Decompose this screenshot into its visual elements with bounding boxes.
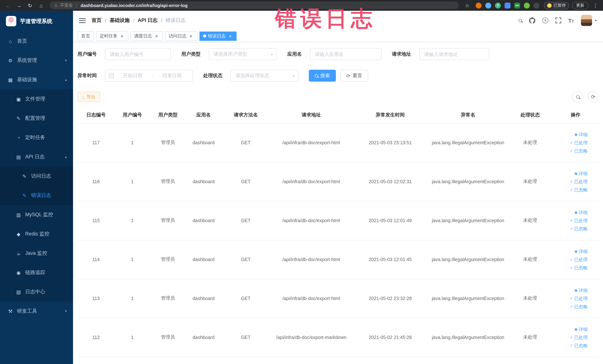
action-ignored[interactable]: ✓已忽略 [555, 147, 588, 155]
action-ignored[interactable]: ✓已忽略 [555, 341, 588, 350]
sidebar-item-redis[interactable]: ◆Redis 监控 [0, 224, 73, 244]
process-status-select[interactable]: 请选择处理状态 ▾ [231, 70, 299, 82]
close-icon[interactable]: × [154, 33, 159, 39]
check-icon: ✓ [570, 186, 573, 194]
date-range-picker[interactable]: 开始日期 - 结束日期 [105, 70, 193, 82]
search-button[interactable]: 搜索 [309, 70, 336, 82]
error-log-icon: ✎ [22, 193, 27, 198]
sidebar-item-error-log[interactable]: ✎错误日志 [0, 186, 73, 205]
browser-menu-dots-icon[interactable]: ⋮ [591, 1, 600, 10]
sidebar-item-log-center[interactable]: ▧日志中心 [0, 282, 73, 302]
close-icon[interactable]: × [119, 33, 125, 39]
sidebar-item-trace[interactable]: ◉链路追踪 [0, 263, 73, 282]
action-label: 已处理 [574, 177, 588, 186]
extension-blue-icon[interactable] [485, 2, 491, 8]
sidebar-item-infra[interactable]: ▦基础设施▴ [0, 70, 73, 89]
app-name-input[interactable] [310, 48, 382, 60]
font-size-icon[interactable]: TT [568, 18, 574, 23]
extensions-area: Von [476, 2, 539, 8]
cell-method: GET [221, 123, 270, 162]
search-icon[interactable] [519, 19, 522, 22]
close-icon[interactable]: × [188, 33, 194, 39]
app-logo[interactable]: 芋道管理系统 [0, 11, 73, 32]
sidebar-item-home[interactable]: ⌂首页 [0, 32, 73, 51]
toggle-search-button[interactable] [572, 91, 583, 102]
sidebar-item-mysql[interactable]: ▥MySQL 监控 [0, 205, 73, 224]
sidebar-item-file[interactable]: ▣文件管理 [0, 89, 73, 109]
user-id-input[interactable] [105, 48, 171, 60]
tab-error-log[interactable]: 错误日志× [199, 31, 237, 41]
action-processed[interactable]: ✓已处理 [555, 255, 588, 263]
action-processed[interactable]: ✓已处理 [555, 216, 588, 224]
bookmark-star-icon[interactable]: ☆ [463, 1, 471, 10]
action-processed[interactable]: ✓已处理 [555, 294, 588, 303]
action-ignored[interactable]: ✓已忽略 [555, 303, 588, 311]
hamburger-icon[interactable] [79, 18, 86, 23]
extension-orange-icon[interactable] [476, 2, 482, 8]
address-bar[interactable]: ⚠ 不安全 dashboard.yudao.iocoder.cn/infra/l… [50, 1, 459, 9]
update-button[interactable]: 更新 [572, 2, 588, 9]
chevron-down-icon: ▼ [594, 19, 597, 22]
breadcrumb-item[interactable]: API 日志 [138, 17, 158, 24]
sidebar-item-devtools[interactable]: ⚒研发工具▾ [0, 302, 73, 321]
action-label: 已处理 [574, 255, 588, 263]
access-log-icon: ✎ [22, 173, 27, 179]
forward-icon[interactable]: → [15, 1, 23, 10]
app-title: 芋道管理系统 [20, 18, 52, 25]
sidebar-item-api-log[interactable]: ▤API 日志▴ [0, 147, 73, 166]
tab-job-log[interactable]: 调度日志× [130, 31, 163, 41]
user-type-select[interactable]: 请选择用户类型 ▾ [209, 48, 277, 60]
sidebar-item-job[interactable]: ◔定时任务 [0, 128, 73, 147]
cell-exception-time: 2021-05-03 12:02:31 [352, 162, 428, 201]
sidebar-item-system[interactable]: ⚙系统管理▾ [0, 51, 73, 70]
action-ignored[interactable]: ✓已忽略 [555, 263, 588, 272]
cell-exception-time: 2021-05-02 21:45:28 [352, 318, 428, 357]
action-detail[interactable]: ◉详细 [555, 208, 588, 216]
user-menu[interactable]: ▼ [581, 15, 597, 26]
sidebar-item-access-log[interactable]: ✎访问日志 [0, 166, 73, 186]
tab-home[interactable]: 首页 [78, 31, 94, 41]
home-icon[interactable]: ⌂ [37, 1, 45, 10]
close-icon[interactable]: × [228, 33, 233, 39]
refresh-table-button[interactable]: ⟳ [588, 91, 599, 102]
sidebar-item-config[interactable]: ✎配置管理 [0, 109, 73, 128]
tab-access-log[interactable]: 访问日志× [165, 31, 197, 41]
column-header: 用户编号 [115, 107, 150, 123]
sidebar-item-java[interactable]: ☕Java 监控 [0, 244, 73, 263]
extension-dark-icon[interactable] [533, 2, 539, 8]
reset-button[interactable]: ⟳ 重置 [340, 70, 368, 82]
cell-app-name: dashboard [186, 162, 221, 201]
action-processed[interactable]: ✓已处理 [555, 177, 588, 186]
action-detail[interactable]: ◉详细 [555, 247, 588, 255]
extension-vue-devtools-icon[interactable]: V [495, 2, 501, 8]
breadcrumb-item[interactable]: 基础设施 [110, 17, 130, 24]
action-detail[interactable]: ◉详细 [555, 286, 588, 294]
action-detail[interactable]: ◉详细 [555, 130, 588, 139]
eye-icon: ◉ [574, 247, 578, 255]
extension-green-icon[interactable] [524, 2, 530, 8]
request-url-input[interactable] [419, 48, 489, 60]
back-icon[interactable]: ← [4, 1, 12, 10]
reload-icon[interactable]: ↻ [26, 1, 34, 10]
breadcrumb-item[interactable]: 首页 [92, 17, 102, 24]
action-processed[interactable]: ✓已处理 [555, 333, 588, 341]
cell-status: 未处理 [508, 201, 552, 240]
action-ignored[interactable]: ✓已忽略 [555, 186, 588, 194]
action-detail[interactable]: ◉详细 [555, 325, 588, 333]
export-button[interactable]: ↓ 导出 [78, 92, 100, 102]
paused-label: 已暂停 [554, 3, 566, 8]
cell-method: GET [221, 162, 270, 201]
sidebar-item-label: 链路追踪 [25, 269, 45, 276]
action-processed[interactable]: ✓已处理 [555, 139, 588, 147]
action-ignored[interactable]: ✓已忽略 [555, 224, 588, 233]
paused-extension-badge[interactable]: 已暂停 [544, 2, 569, 9]
extension-proxy-on-icon[interactable]: on [514, 2, 520, 8]
action-detail[interactable]: ◉详细 [555, 169, 588, 177]
eye-icon: ◉ [574, 325, 578, 333]
tab-job[interactable]: 定时任务× [96, 31, 128, 41]
tags-view: 首页定时任务×调度日志×访问日志×错误日志× [73, 30, 603, 42]
help-icon[interactable]: ? [542, 17, 548, 23]
fullscreen-icon[interactable] [555, 17, 561, 23]
github-icon[interactable] [529, 17, 535, 23]
extension-grid-icon[interactable] [505, 2, 510, 8]
